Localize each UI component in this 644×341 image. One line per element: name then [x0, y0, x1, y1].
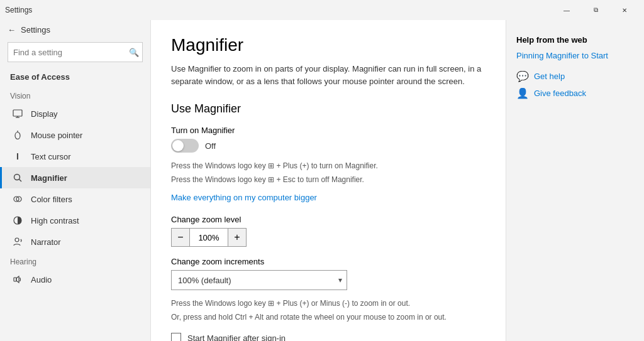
sidebar-item-label-color-filters: Color filters [31, 195, 72, 204]
titlebar-left: Settings [5, 6, 32, 14]
mouse-pointer-icon [12, 129, 23, 141]
give-feedback-action[interactable]: 👤 Give feedback [516, 87, 634, 99]
display-icon [12, 108, 23, 119]
color-filters-icon [12, 193, 23, 205]
checkbox1-label: Start Magnifier after sign-in [187, 333, 286, 342]
zoom-hint-2: Or, press and hold Ctrl + Alt and rotate… [171, 311, 486, 323]
audio-icon [12, 274, 23, 285]
feedback-icon: 👤 [516, 87, 529, 99]
sidebar-item-mouse-pointer[interactable]: Mouse pointer [0, 124, 150, 146]
get-help-action[interactable]: 💬 Get help [516, 70, 634, 82]
sidebar-item-label-display: Display [31, 109, 58, 119]
app-body: ← Settings 🔍 Ease of Access Vision Displ… [0, 20, 644, 341]
sidebar-item-display[interactable]: Display [0, 103, 150, 124]
help-panel: Help from the web Pinning Magnifier to S… [506, 20, 644, 341]
toggle-thumb [172, 140, 184, 151]
zoom-level-label: Change zoom level [171, 215, 486, 224]
sidebar-item-label-high-contrast: High contrast [31, 216, 79, 225]
maximize-button[interactable]: ⧉ [581, 0, 610, 20]
increment-dropdown-wrap: 100% (default) 25% 50% 75% 150% 200% ▾ [171, 270, 347, 290]
sidebar-item-label-text-cursor: Text cursor [31, 152, 71, 161]
zoom-plus-button[interactable]: + [228, 228, 247, 247]
checkbox1[interactable] [171, 333, 181, 341]
svg-point-10 [15, 238, 19, 242]
make-bigger-link[interactable]: Make everything on my computer bigger [171, 193, 317, 202]
toggle-status: Off [205, 141, 216, 151]
vision-section-label: Vision [0, 87, 150, 103]
feedback-label: Give feedback [534, 89, 586, 98]
hearing-section-label: Hearing [0, 252, 150, 269]
sidebar-item-label-narrator: Narrator [31, 237, 61, 247]
minimize-button[interactable]: — [552, 0, 581, 20]
hint-text-2: Press the Windows logo key ⊞ + Esc to tu… [171, 174, 486, 185]
search-icon: 🔍 [124, 48, 144, 57]
sidebar-item-magnifier[interactable]: Magnifier [0, 167, 150, 188]
search-box: 🔍 [8, 42, 143, 62]
sidebar-item-label-audio: Audio [31, 275, 52, 284]
sidebar-item-label-magnifier: Magnifier [31, 173, 67, 183]
narrator-icon [12, 236, 23, 247]
svg-point-3 [15, 133, 20, 139]
zoom-value: 100% [190, 228, 228, 247]
sidebar: ← Settings 🔍 Ease of Access Vision Displ… [0, 20, 151, 341]
zoom-row: − 100% + [171, 228, 486, 247]
sidebar-item-label-mouse-pointer: Mouse pointer [31, 131, 82, 140]
sidebar-item-high-contrast[interactable]: High contrast [0, 210, 150, 231]
zoom-minus-button[interactable]: − [171, 228, 190, 247]
titlebar: Settings — ⧉ ✕ [0, 0, 644, 20]
sidebar-item-text-cursor[interactable]: I Text cursor [0, 146, 150, 167]
high-contrast-icon [12, 215, 23, 226]
svg-rect-11 [14, 278, 16, 281]
back-arrow-icon: ← [8, 25, 16, 35]
close-button[interactable]: ✕ [610, 0, 639, 20]
back-button[interactable]: ← Settings [0, 20, 150, 40]
settings-title: Settings [5, 6, 32, 14]
text-cursor-icon: I [12, 151, 23, 162]
back-label: Settings [21, 25, 50, 35]
get-help-label: Get help [534, 72, 565, 81]
hint-text-1: Press the Windows logo key ⊞ + Plus (+) … [171, 160, 486, 171]
page-title: Magnifier [171, 35, 486, 55]
pinning-link[interactable]: Pinning Magnifier to Start [516, 51, 634, 60]
svg-line-6 [19, 180, 22, 182]
main-content: Magnifier Use Magnifier to zoom in on pa… [151, 20, 506, 341]
help-title: Help from the web [516, 35, 634, 45]
breadcrumb: Ease of Access [0, 70, 150, 87]
checkbox1-row: Start Magnifier after sign-in [171, 333, 486, 341]
increment-dropdown[interactable]: 100% (default) 25% 50% 75% 150% 200% [171, 270, 347, 290]
section-heading: Use Magnifier [171, 102, 486, 116]
zoom-hint-1: Press the Windows logo key ⊞ + Plus (+) … [171, 298, 486, 309]
magnifier-toggle-row: Off [171, 139, 486, 153]
search-input[interactable] [8, 48, 124, 57]
sidebar-item-narrator[interactable]: Narrator [0, 231, 150, 252]
sidebar-item-audio[interactable]: Audio [0, 269, 150, 290]
page-description: Use Magnifier to zoom in on parts of you… [171, 63, 486, 87]
get-help-icon: 💬 [516, 70, 529, 82]
increment-label: Change zoom increments [171, 257, 486, 266]
svg-point-5 [14, 175, 20, 180]
toggle-label: Turn on Magnifier [171, 126, 486, 135]
titlebar-controls: — ⧉ ✕ [552, 0, 639, 20]
svg-rect-0 [13, 110, 22, 116]
sidebar-item-color-filters[interactable]: Color filters [0, 188, 150, 210]
magnifier-icon [12, 172, 23, 183]
magnifier-toggle[interactable] [171, 139, 199, 153]
